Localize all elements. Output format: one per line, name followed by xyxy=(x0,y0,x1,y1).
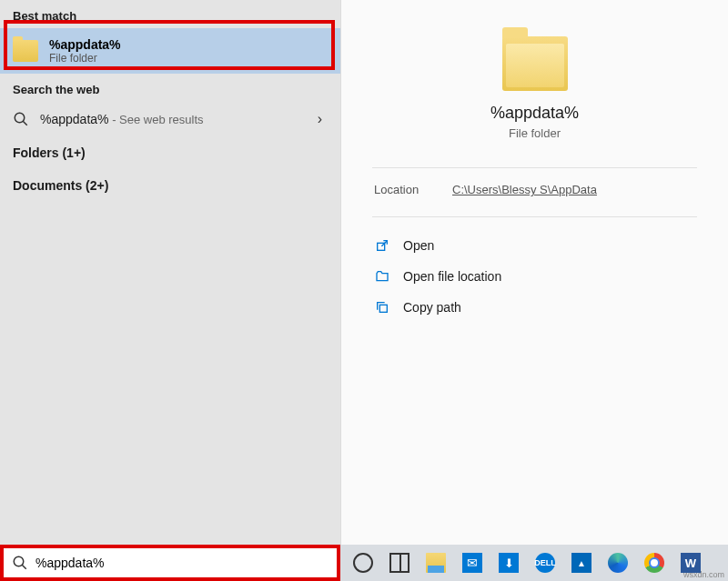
svg-line-5 xyxy=(22,565,26,569)
chrome-icon[interactable] xyxy=(637,545,672,581)
web-result-hint: - See web results xyxy=(109,113,204,126)
divider xyxy=(372,167,697,168)
search-input[interactable] xyxy=(35,556,329,570)
cortana-icon[interactable] xyxy=(346,545,380,581)
web-result-query: %appdata% xyxy=(40,112,109,126)
svg-point-4 xyxy=(14,556,24,566)
svg-point-0 xyxy=(15,113,25,123)
web-result-text: %appdata% - See web results xyxy=(40,112,204,126)
svg-line-1 xyxy=(23,121,27,125)
taskbar-icons: DELL W xyxy=(340,545,728,581)
location-path[interactable]: C:\Users\Blessy S\AppData xyxy=(452,183,695,196)
task-view-icon[interactable] xyxy=(382,545,417,581)
best-match-subtitle: File folder xyxy=(49,52,121,65)
dell-icon[interactable]: DELL xyxy=(528,545,562,581)
folder-large-icon xyxy=(502,36,568,91)
folder-icon xyxy=(13,40,38,62)
search-web-header: Search the web xyxy=(0,74,340,102)
open-label: Open xyxy=(403,238,434,253)
best-match-header: Best match xyxy=(0,0,340,28)
best-match-result[interactable]: %appdata% File folder xyxy=(0,28,340,74)
divider xyxy=(372,216,697,217)
detail-title: %appdata% xyxy=(490,104,579,123)
open-location-label: Open file location xyxy=(403,269,501,284)
open-action[interactable]: Open xyxy=(372,232,697,259)
mail-icon[interactable] xyxy=(455,545,490,581)
open-location-action[interactable]: Open file location xyxy=(372,263,697,290)
open-icon xyxy=(374,237,390,254)
best-match-title: %appdata% xyxy=(49,37,121,52)
photos-icon[interactable] xyxy=(564,545,599,581)
search-icon xyxy=(12,555,28,571)
taskbar: DELL W xyxy=(0,545,728,581)
details-panel: %appdata% File folder Location C:\Users\… xyxy=(340,0,728,545)
location-label: Location xyxy=(374,183,452,196)
best-match-text: %appdata% File folder xyxy=(49,37,121,65)
file-explorer-icon[interactable] xyxy=(419,545,453,581)
store-icon[interactable] xyxy=(491,545,526,581)
folders-category[interactable]: Folders (1+) xyxy=(0,136,340,169)
documents-category[interactable]: Documents (2+) xyxy=(0,169,340,202)
location-row: Location C:\Users\Blessy S\AppData xyxy=(372,183,697,196)
svg-rect-3 xyxy=(379,305,387,312)
taskbar-search-box[interactable] xyxy=(0,545,340,581)
search-icon xyxy=(13,111,29,127)
folder-open-icon xyxy=(374,268,390,285)
detail-subtitle: File folder xyxy=(509,126,561,140)
copy-icon xyxy=(374,299,390,316)
copy-path-action[interactable]: Copy path xyxy=(372,294,697,321)
word-icon[interactable]: W xyxy=(673,545,708,581)
edge-icon[interactable] xyxy=(601,545,635,581)
web-search-result[interactable]: %appdata% - See web results › xyxy=(0,102,340,136)
action-list: Open Open file location Copy path xyxy=(372,232,697,321)
chevron-right-icon[interactable]: › xyxy=(318,111,328,127)
search-results-panel: Best match %appdata% File folder Search … xyxy=(0,0,340,545)
copy-path-label: Copy path xyxy=(403,300,461,315)
